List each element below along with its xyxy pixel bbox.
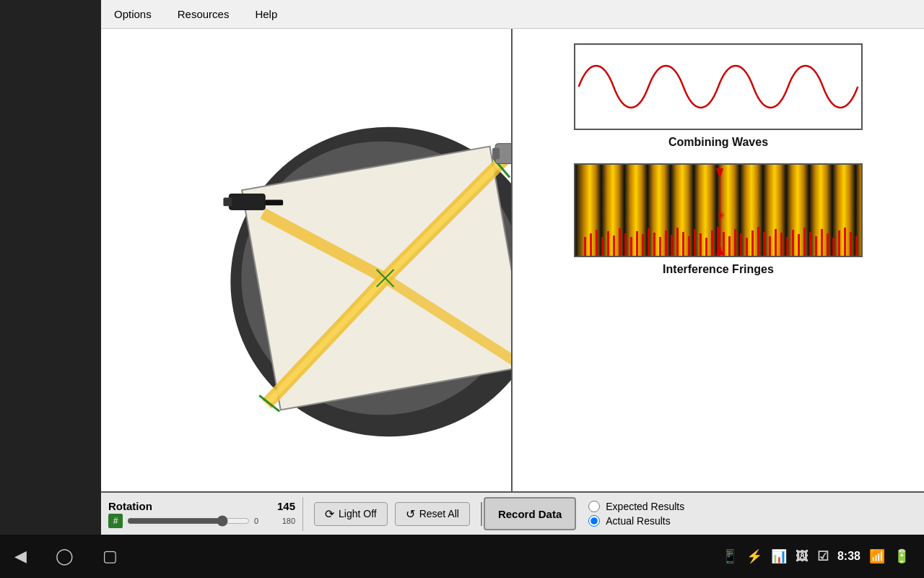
svg-rect-57	[780, 233, 783, 257]
svg-rect-54	[763, 232, 765, 257]
svg-rect-35	[653, 233, 655, 257]
reset-all-label: Reset All	[419, 508, 459, 519]
svg-rect-56	[775, 229, 777, 257]
svg-rect-64	[821, 229, 823, 257]
svg-rect-69	[850, 232, 852, 257]
svg-rect-43	[699, 233, 702, 257]
record-data-label: Record Data	[498, 508, 562, 520]
svg-rect-19	[265, 199, 283, 205]
svg-rect-61	[803, 228, 806, 257]
actual-results-radio[interactable]	[588, 515, 600, 527]
combining-waves-label: Combining Waves	[668, 136, 768, 149]
svg-rect-58	[786, 237, 788, 257]
svg-rect-60	[798, 234, 800, 257]
svg-rect-17	[229, 194, 265, 210]
hash-icon: #	[108, 514, 123, 528]
svg-rect-24	[590, 233, 592, 257]
right-panel: Combining Waves /* rendered inline below…	[513, 29, 924, 535]
svg-rect-65	[827, 233, 829, 257]
svg-rect-33	[642, 234, 644, 257]
svg-rect-28	[613, 236, 615, 257]
expected-results-option[interactable]: Expected Results	[588, 501, 684, 512]
fringes-display: /* rendered inline below */	[574, 163, 863, 257]
slider-max: 180	[282, 517, 295, 525]
menu-resources[interactable]: Resources	[172, 5, 235, 23]
svg-rect-30	[624, 233, 627, 257]
svg-rect-48	[728, 236, 731, 257]
svg-rect-47	[723, 232, 725, 257]
svg-rect-39	[676, 228, 679, 257]
rotation-slider[interactable]	[127, 515, 250, 527]
record-data-button[interactable]: Record Data	[484, 497, 576, 530]
chart-icon: 📊	[771, 548, 787, 564]
light-off-button[interactable]: ⟳ Light Off	[314, 502, 388, 526]
recent-apps-button[interactable]: ▢	[103, 547, 118, 566]
svg-rect-26	[601, 237, 603, 257]
expected-results-radio[interactable]	[588, 501, 600, 512]
main-content: Combining Waves /* rendered inline below…	[101, 29, 924, 535]
svg-rect-67	[838, 230, 840, 257]
svg-rect-37	[665, 230, 667, 257]
svg-rect-59	[792, 230, 794, 257]
reset-all-icon: ↺	[406, 507, 415, 521]
expected-results-label: Expected Results	[606, 501, 684, 512]
svg-rect-51	[746, 238, 748, 257]
menu-bar: Options Resources Help	[101, 0, 924, 29]
image-icon: 🖼	[796, 549, 808, 564]
menu-options[interactable]: Options	[108, 5, 157, 23]
svg-rect-31	[630, 237, 632, 257]
control-buttons: ⟳ Light Off ↺ Reset All	[303, 502, 482, 526]
left-sidebar	[0, 0, 101, 578]
svg-rect-41	[688, 236, 690, 257]
combining-waves-display	[574, 43, 863, 130]
svg-rect-62	[809, 232, 811, 257]
results-section: Expected Results Actual Results	[578, 496, 695, 531]
interference-fringes-label: Interference Fringes	[663, 263, 774, 276]
actual-results-label: Actual Results	[606, 515, 670, 527]
actual-results-option[interactable]: Actual Results	[588, 515, 684, 527]
menu-help[interactable]: Help	[249, 5, 283, 23]
svg-rect-70	[855, 236, 858, 257]
svg-rect-18	[223, 197, 232, 206]
battery-icon: 🔋	[894, 548, 910, 564]
svg-rect-25	[596, 230, 598, 257]
svg-rect-32	[636, 231, 638, 257]
svg-rect-71	[861, 229, 863, 257]
svg-rect-68	[844, 228, 846, 257]
svg-rect-34	[648, 228, 650, 257]
svg-rect-66	[832, 238, 834, 257]
home-button[interactable]: ◯	[56, 547, 74, 566]
svg-text:✳: ✳	[717, 210, 725, 221]
svg-rect-38	[671, 235, 673, 257]
device-icon: 📱	[722, 548, 738, 564]
svg-rect-40	[682, 232, 684, 257]
svg-rect-52	[751, 230, 754, 257]
reset-all-button[interactable]: ↺ Reset All	[395, 502, 470, 526]
svg-rect-44	[705, 238, 707, 257]
svg-rect-55	[769, 236, 771, 257]
svg-rect-63	[815, 236, 817, 257]
rotation-section: Rotation 145 #0180	[101, 497, 303, 531]
svg-rect-45	[711, 230, 713, 257]
interferometer-panel	[101, 29, 513, 535]
rotation-value: 145	[277, 500, 295, 512]
light-off-label: Light Off	[339, 508, 377, 519]
svg-rect-36	[659, 237, 661, 257]
svg-rect-50	[740, 233, 742, 257]
rotation-label: Rotation	[108, 500, 152, 512]
android-nav: ◀ ◯ ▢	[14, 547, 118, 566]
control-bar: Rotation 145 #0180 ⟳ Light Off ↺ Reset A…	[101, 491, 924, 535]
android-status: 📱 ⚡ 📊 🖼 ☑ 8:38 📶 🔋	[722, 548, 910, 564]
svg-rect-23	[584, 237, 586, 257]
svg-rect-16	[492, 148, 500, 160]
clock-display: 8:38	[837, 550, 860, 563]
svg-rect-53	[757, 227, 759, 257]
back-button[interactable]: ◀	[14, 547, 27, 566]
combining-waves-section: Combining Waves	[527, 43, 910, 149]
svg-rect-27	[607, 231, 609, 257]
android-bar: ◀ ◯ ▢ 📱 ⚡ 📊 🖼 ☑ 8:38 📶 🔋	[0, 535, 924, 578]
svg-rect-42	[694, 229, 696, 257]
light-off-icon: ⟳	[325, 507, 334, 521]
interference-fringes-section: /* rendered inline below */	[527, 163, 910, 276]
usb-icon: ⚡	[746, 548, 762, 564]
